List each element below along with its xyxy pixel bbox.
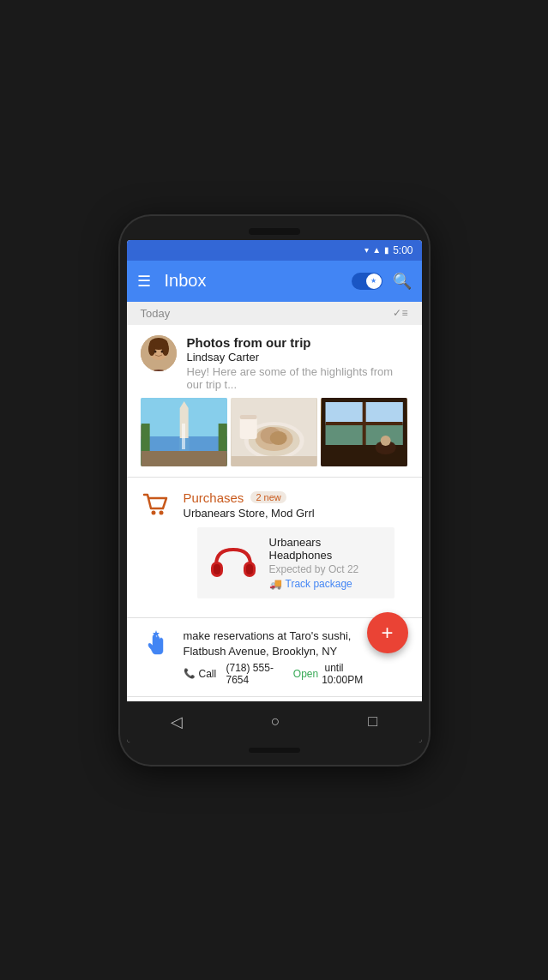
phone-screen: ▾ ▲ ▮ 5:00 ☰ Inbox ★ 🔍 Today ✓≡ (127, 240, 422, 743)
call-row: 📞 Call (718) 555-7654 Open until 10:00PM (184, 662, 379, 686)
svg-rect-23 (239, 415, 256, 419)
svg-point-21 (269, 431, 286, 445)
email-sender: Lindsay Carter (187, 351, 408, 364)
purchases-info: Purchases 2 new Urbanears Store, Mod Grr… (184, 490, 408, 520)
phone-speaker-top (249, 228, 300, 235)
toggle-switch[interactable]: ★ (352, 273, 382, 290)
svg-rect-30 (326, 422, 403, 425)
product-image (208, 541, 259, 584)
svg-point-4 (148, 342, 155, 356)
svg-rect-11 (141, 424, 149, 451)
app-title: Inbox (165, 271, 338, 291)
battery-icon: ▮ (384, 245, 389, 255)
truck-icon: 🚚 (269, 578, 282, 590)
track-link[interactable]: 🚚 Track package (269, 578, 384, 590)
status-bar: ▾ ▲ ▮ 5:00 (127, 240, 422, 261)
svg-point-1 (145, 370, 172, 371)
email-meta: Photos from our trip Lindsay Carter Hey!… (187, 335, 408, 391)
email-header: Photos from our trip Lindsay Carter Hey!… (141, 335, 408, 391)
toggle-thumb: ★ (366, 274, 382, 289)
email-preview: Hey! Here are some of the highlights fro… (187, 365, 408, 391)
recent-button[interactable]: □ (347, 706, 398, 737)
app-bar-actions: ★ 🔍 (352, 272, 412, 291)
reminder-text: make reservations at Taro's sushi,Flatbu… (184, 628, 379, 659)
svg-point-5 (162, 342, 169, 356)
back-button[interactable]: ◁ (150, 706, 203, 738)
phone-speaker-bottom (249, 748, 300, 753)
reminder-icon (141, 628, 172, 659)
inbox-content[interactable]: Photos from our trip Lindsay Carter Hey!… (127, 325, 422, 701)
phone-frame: ▾ ▲ ▮ 5:00 ☰ Inbox ★ 🔍 Today ✓≡ (120, 216, 429, 765)
purchases-title-row: Purchases 2 new (184, 490, 408, 505)
reminder-info: make reservations at Taro's sushi,Flatbu… (184, 628, 379, 686)
photo-thumb-3 (321, 398, 407, 466)
search-icon[interactable]: 🔍 (393, 272, 412, 291)
purchases-bundle[interactable]: Purchases 2 new Urbanears Store, Mod Grr… (127, 478, 422, 618)
purchases-title: Purchases (184, 490, 244, 505)
email-item-photos[interactable]: Photos from our trip Lindsay Carter Hey!… (127, 325, 422, 478)
open-status: Open (290, 668, 318, 680)
app-bar: ☰ Inbox ★ 🔍 (127, 261, 422, 302)
product-detail: Expected by Oct 22 (269, 563, 384, 575)
purchases-badge: 2 new (250, 491, 286, 503)
purchases-subtitle: Urbanears Store, Mod Grrl (184, 507, 408, 520)
svg-point-6 (154, 350, 156, 352)
status-time: 5:00 (393, 244, 413, 256)
track-text: Track package (286, 578, 352, 590)
svg-rect-36 (214, 564, 220, 574)
svg-point-34 (159, 510, 163, 514)
svg-point-32 (381, 436, 391, 446)
email-subject: Photos from our trip (187, 335, 408, 350)
today-label: Today (141, 307, 171, 320)
call-icon: 📞 (184, 668, 196, 679)
avatar (141, 335, 177, 371)
promos-bundle[interactable]: Promos 4 new Good Eggs, DoGood, The Pick… (127, 697, 422, 701)
signal-icon: ▲ (372, 245, 381, 255)
svg-rect-10 (141, 451, 226, 466)
svg-point-33 (151, 510, 155, 514)
phone-number (220, 668, 222, 680)
purchase-card[interactable]: Urbanears Headphones Expected by Oct 22 … (197, 527, 394, 598)
product-name: Urbanears Headphones (269, 536, 384, 562)
call-label: Call (199, 668, 217, 680)
product-info: Urbanears Headphones Expected by Oct 22 … (269, 536, 384, 590)
svg-rect-38 (246, 564, 253, 574)
wifi-icon: ▾ (364, 245, 369, 255)
purchases-row: Purchases 2 new Urbanears Store, Mod Grr… (141, 490, 408, 520)
menu-icon[interactable]: ☰ (137, 272, 151, 291)
svg-rect-13 (179, 408, 188, 438)
status-icons: ▾ ▲ ▮ 5:00 (364, 244, 413, 256)
svg-rect-24 (231, 456, 316, 466)
email-images (141, 398, 408, 466)
photo-thumb-1 (141, 398, 227, 466)
nav-bar: ◁ ○ □ (127, 701, 422, 743)
photo-thumb-2 (231, 398, 317, 466)
svg-rect-15 (178, 438, 189, 451)
today-section-header: Today ✓≡ (127, 302, 422, 325)
home-button[interactable]: ○ (250, 706, 301, 737)
mark-all-done-icon[interactable]: ✓≡ (393, 307, 407, 319)
purchases-icon (141, 490, 172, 520)
svg-rect-12 (218, 424, 226, 451)
star-icon: ★ (370, 277, 376, 285)
phone-number-text: (718) 555-7654 (226, 662, 287, 686)
svg-point-7 (160, 350, 163, 352)
fab-button[interactable]: + (367, 612, 408, 653)
until-text: until 10:00PM (322, 662, 378, 686)
